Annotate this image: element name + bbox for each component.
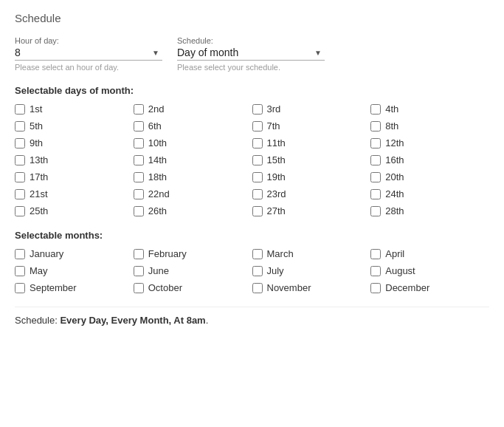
- month-checkbox-October[interactable]: [134, 283, 144, 293]
- day-checkbox-4th[interactable]: [370, 104, 381, 115]
- day-label: 17th: [30, 171, 48, 182]
- day-checkbox-17th[interactable]: [15, 172, 25, 182]
- day-checkbox-3rd[interactable]: [252, 104, 263, 115]
- day-checkbox-24th[interactable]: [370, 189, 381, 199]
- month-label: January: [30, 248, 63, 259]
- day-label: 3rd: [267, 103, 281, 115]
- list-item: April: [370, 248, 489, 259]
- list-item: 14th: [134, 154, 252, 165]
- month-label: July: [267, 265, 284, 276]
- day-checkbox-27th[interactable]: [252, 206, 263, 216]
- month-label: May: [30, 265, 48, 276]
- day-checkbox-15th[interactable]: [252, 155, 263, 165]
- list-item: February: [134, 248, 252, 259]
- day-checkbox-12th[interactable]: [370, 138, 381, 148]
- list-item: March: [252, 248, 371, 259]
- day-checkbox-2nd[interactable]: [134, 104, 144, 115]
- list-item: 21st: [15, 188, 134, 199]
- day-label: 12th: [385, 137, 404, 148]
- month-checkbox-September[interactable]: [15, 283, 25, 293]
- day-checkbox-1st[interactable]: [15, 104, 25, 115]
- month-checkbox-February[interactable]: [134, 249, 144, 259]
- day-checkbox-26th[interactable]: [134, 206, 144, 216]
- day-checkbox-19th[interactable]: [252, 172, 263, 182]
- day-checkbox-23rd[interactable]: [252, 189, 263, 199]
- schedule-select[interactable]: Day of month Day of week Every day: [177, 47, 325, 58]
- schedule-hint: Please select your schedule.: [177, 63, 325, 72]
- day-label: 22nd: [148, 188, 170, 199]
- day-label: 24th: [385, 188, 404, 199]
- list-item: 27th: [252, 205, 371, 216]
- month-checkbox-April[interactable]: [370, 249, 381, 259]
- schedule-select-wrapper[interactable]: Day of month Day of week Every day ▼: [177, 47, 325, 61]
- day-checkbox-13th[interactable]: [15, 155, 25, 165]
- list-item: 16th: [370, 154, 489, 165]
- day-label: 26th: [148, 205, 167, 216]
- list-item: 26th: [134, 205, 252, 216]
- day-checkbox-28th[interactable]: [370, 206, 381, 216]
- list-item: 18th: [134, 171, 252, 182]
- month-checkbox-March[interactable]: [252, 249, 263, 259]
- day-checkbox-9th[interactable]: [15, 138, 25, 148]
- list-item: 3rd: [252, 103, 371, 115]
- month-checkbox-August[interactable]: [370, 266, 381, 276]
- day-checkbox-25th[interactable]: [15, 206, 25, 216]
- month-label: September: [30, 282, 77, 293]
- list-item: 25th: [15, 205, 134, 216]
- day-label: 16th: [385, 154, 404, 165]
- list-item: 7th: [252, 120, 371, 131]
- list-item: 22nd: [134, 188, 252, 199]
- list-item: 5th: [15, 120, 134, 131]
- day-checkbox-14th[interactable]: [134, 155, 144, 165]
- list-item: 12th: [370, 137, 489, 148]
- day-label: 2nd: [148, 103, 165, 115]
- day-label: 4th: [385, 103, 398, 115]
- day-checkbox-5th[interactable]: [15, 121, 25, 131]
- month-checkbox-December[interactable]: [370, 283, 381, 293]
- day-label: 25th: [30, 205, 48, 216]
- month-checkbox-July[interactable]: [252, 266, 263, 276]
- day-label: 18th: [148, 171, 167, 182]
- day-label: 8th: [385, 120, 398, 131]
- day-checkbox-20th[interactable]: [370, 172, 381, 182]
- day-checkbox-22nd[interactable]: [134, 189, 144, 199]
- day-checkbox-6th[interactable]: [134, 121, 144, 131]
- list-item: May: [15, 265, 134, 276]
- day-label: 27th: [267, 205, 286, 216]
- list-item: 1st: [15, 103, 134, 115]
- month-label: March: [267, 248, 294, 259]
- summary-bold: Every Day, Every Month, At 8am: [60, 315, 205, 326]
- hour-of-day-select-wrapper[interactable]: 8 ▼: [15, 47, 162, 61]
- month-label: April: [385, 248, 404, 259]
- list-item: 23rd: [252, 188, 371, 199]
- month-label: February: [148, 248, 187, 259]
- hour-of-day-hint: Please select an hour of day.: [15, 63, 162, 72]
- days-section-title: Selectable days of month:: [15, 85, 489, 96]
- list-item: 4th: [370, 103, 489, 115]
- page-title: Schedule: [15, 12, 489, 24]
- summary-prefix: Schedule:: [15, 315, 60, 326]
- month-checkbox-May[interactable]: [15, 266, 25, 276]
- day-checkbox-8th[interactable]: [370, 121, 381, 131]
- list-item: 20th: [370, 171, 489, 182]
- hour-of-day-select[interactable]: 8: [15, 47, 162, 58]
- month-label: November: [267, 282, 311, 293]
- month-checkbox-June[interactable]: [134, 266, 144, 276]
- list-item: 15th: [252, 154, 371, 165]
- hour-of-day-group: Hour of day: 8 ▼ Please select an hour o…: [15, 36, 162, 82]
- list-item: 13th: [15, 154, 134, 165]
- day-checkbox-18th[interactable]: [134, 172, 144, 182]
- list-item: 9th: [15, 137, 134, 148]
- day-checkbox-10th[interactable]: [134, 138, 144, 148]
- day-checkbox-16th[interactable]: [370, 155, 381, 165]
- schedule-group: Schedule: Day of month Day of week Every…: [177, 36, 325, 82]
- list-item: 8th: [370, 120, 489, 131]
- day-checkbox-21st[interactable]: [15, 189, 25, 199]
- day-checkbox-7th[interactable]: [252, 121, 263, 131]
- list-item: July: [252, 265, 371, 276]
- month-checkbox-January[interactable]: [15, 249, 25, 259]
- day-checkbox-11th[interactable]: [252, 138, 263, 148]
- month-label: December: [385, 282, 429, 293]
- month-checkbox-November[interactable]: [252, 283, 263, 293]
- day-label: 5th: [30, 120, 43, 131]
